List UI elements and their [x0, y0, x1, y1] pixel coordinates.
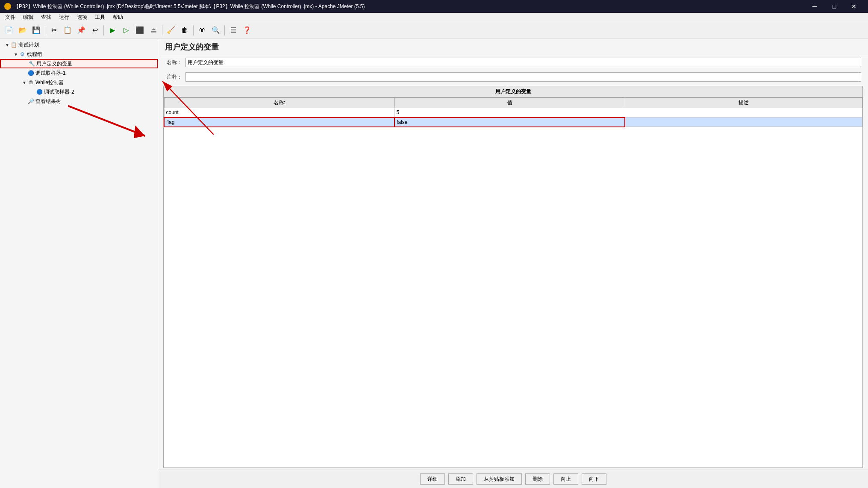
window-controls[interactable]: ─ □ ✕	[805, 0, 864, 13]
row1-value: 5	[394, 108, 625, 118]
col-header-desc: 描述	[625, 98, 862, 108]
menu-tools[interactable]: 工具	[91, 13, 109, 22]
menu-options[interactable]: 选项	[74, 13, 91, 22]
toolbar-start-no-pause[interactable]: ▷	[120, 24, 132, 37]
vars-section-title: 用户定义的变量	[164, 86, 862, 97]
minimize-button[interactable]: ─	[805, 0, 824, 13]
menu-file[interactable]: 文件	[2, 13, 19, 22]
toolbar-cut[interactable]: ✂	[47, 24, 60, 37]
comment-row: 注释：	[158, 70, 868, 84]
tree-label-sampler-2: 调试取样器-2	[44, 88, 74, 96]
tree-label-result-tree: 查看结果树	[35, 98, 61, 105]
separator-3	[162, 25, 162, 35]
svg-line-1	[68, 106, 145, 136]
separator-2	[103, 25, 104, 35]
toolbar-stop[interactable]: ⬛	[133, 24, 146, 37]
bottom-bar: 详细 添加 从剪贴板添加 删除 向上 向下	[158, 470, 868, 488]
tree-item-result-tree[interactable]: 🔎 查看结果树	[0, 97, 158, 106]
name-label: 名称：	[165, 59, 182, 66]
menu-help[interactable]: 帮助	[109, 13, 127, 22]
move-up-button[interactable]: 向上	[553, 473, 578, 485]
tree-label-user-vars: 用户定义的变量	[36, 60, 72, 68]
tree-label-thread-group: 线程组	[27, 51, 42, 58]
toolbar-open[interactable]: 📂	[16, 24, 29, 37]
separator-1	[45, 25, 45, 35]
expand-icon-s2	[30, 89, 36, 95]
main-layout: ▼ 📋 测试计划 ▼ ⚙ 线程组 🔧 用户定义的变量 🔵 调试取样器-1 ▼ ⛃…	[0, 38, 868, 488]
expand-icon-uv	[22, 61, 28, 67]
toolbar-shutdown[interactable]: ⏏	[147, 24, 160, 37]
menu-edit[interactable]: 编辑	[20, 13, 37, 22]
title-bar: 【P32】While 控制器 (While Controller) .jmx (…	[0, 0, 868, 13]
thread-group-icon: ⚙	[19, 51, 26, 58]
toolbar-browse[interactable]: 👁	[196, 24, 209, 37]
add-from-clipboard-button[interactable]: 从剪贴板添加	[477, 473, 522, 485]
tree-label-while-controller: While控制器	[35, 79, 64, 86]
row1-desc	[625, 108, 862, 118]
tree-item-user-vars[interactable]: 🔧 用户定义的变量	[0, 59, 158, 68]
expand-icon-s1	[21, 70, 27, 76]
vars-section: 用户定义的变量 名称: 值 描述 count 5 f	[163, 86, 863, 468]
row2-name: flag	[164, 118, 394, 127]
title-bar-left: 【P32】While 控制器 (While Controller) .jmx (…	[4, 3, 365, 10]
user-vars-icon: 🔧	[28, 60, 35, 67]
expand-icon: ▼	[4, 42, 10, 48]
toolbar-run[interactable]: ▶	[106, 24, 119, 37]
toolbar-clear[interactable]: 🧹	[165, 24, 177, 37]
name-row: 名称：	[158, 55, 868, 70]
toolbar-save[interactable]: 💾	[30, 24, 43, 37]
panel-title: 用户定义的变量	[158, 38, 868, 55]
expand-icon-wc: ▼	[21, 79, 27, 85]
tree-item-sampler-1[interactable]: 🔵 调试取样器-1	[0, 68, 158, 78]
toolbar-paste[interactable]: 📌	[75, 24, 88, 37]
separator-5	[224, 25, 225, 35]
menu-search[interactable]: 查找	[38, 13, 55, 22]
row2-desc	[625, 118, 862, 127]
row1-name: count	[164, 108, 394, 118]
table-row[interactable]: count 5	[164, 108, 862, 118]
menu-bar: 文件 编辑 查找 运行 选项 工具 帮助	[0, 13, 868, 22]
toolbar-new[interactable]: 📄	[3, 24, 15, 37]
name-input[interactable]	[185, 58, 861, 67]
move-down-button[interactable]: 向下	[582, 473, 606, 485]
tree-item-thread-group[interactable]: ▼ ⚙ 线程组	[0, 50, 158, 59]
expand-icon-thread: ▼	[13, 51, 19, 57]
app-icon	[4, 3, 11, 10]
col-header-value: 值	[394, 98, 625, 108]
vars-table: 名称: 值 描述 count 5 flag false	[164, 97, 862, 127]
toolbar-clear-all[interactable]: 🗑	[178, 24, 191, 37]
tree-label-test-plan: 测试计划	[18, 41, 39, 49]
tree-item-test-plan[interactable]: ▼ 📋 测试计划	[0, 40, 158, 50]
toolbar-copy[interactable]: 📋	[61, 24, 74, 37]
separator-4	[193, 25, 194, 35]
comment-label: 注释：	[165, 73, 182, 81]
row2-value: false	[394, 118, 625, 127]
sampler1-icon: 🔵	[27, 70, 34, 76]
toolbar-undo[interactable]: ↩	[88, 24, 101, 37]
window-title: 【P32】While 控制器 (While Controller) .jmx (…	[14, 3, 365, 10]
tree-item-while-controller[interactable]: ▼ ⛃ While控制器	[0, 78, 158, 87]
maximize-button[interactable]: □	[824, 0, 844, 13]
col-header-name: 名称:	[164, 98, 394, 108]
table-row[interactable]: flag false	[164, 118, 862, 127]
sampler2-icon: 🔵	[36, 88, 43, 95]
toolbar-help[interactable]: ❓	[241, 24, 253, 37]
tree-item-sampler-2[interactable]: 🔵 调试取样器-2	[0, 87, 158, 97]
left-panel: ▼ 📋 测试计划 ▼ ⚙ 线程组 🔧 用户定义的变量 🔵 调试取样器-1 ▼ ⛃…	[0, 38, 158, 488]
toolbar: 📄 📂 💾 ✂ 📋 📌 ↩ ▶ ▷ ⬛ ⏏ 🧹 🗑 👁 🔍 ☰ ❓	[0, 22, 868, 38]
tree-label-sampler-1: 调试取样器-1	[35, 70, 66, 77]
add-button[interactable]: 添加	[448, 473, 473, 485]
right-panel: 用户定义的变量 名称： 注释： 用户定义的变量 名称: 值 描述	[158, 38, 868, 488]
menu-run[interactable]: 运行	[56, 13, 73, 22]
controller-icon: ⛃	[27, 79, 34, 86]
detail-button[interactable]: 详细	[420, 473, 445, 485]
test-plan-icon: 📋	[10, 41, 17, 48]
close-button[interactable]: ✕	[844, 0, 864, 13]
comment-input[interactable]	[185, 72, 861, 82]
expand-icon-rt	[21, 98, 27, 104]
toolbar-browse2[interactable]: 🔍	[209, 24, 222, 37]
delete-button[interactable]: 删除	[525, 473, 550, 485]
listener-icon: 🔎	[27, 98, 34, 105]
toolbar-list[interactable]: ☰	[227, 24, 240, 37]
